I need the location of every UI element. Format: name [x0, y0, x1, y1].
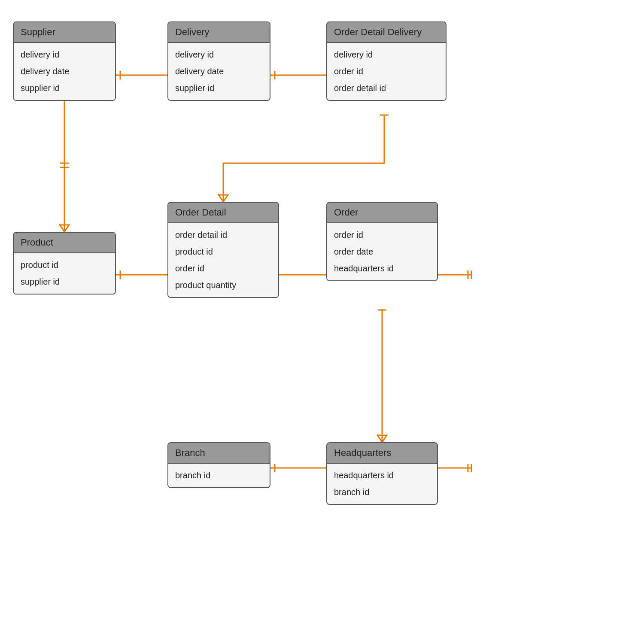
field-product-1: product id: [21, 257, 108, 273]
table-product: Product product id supplier id: [13, 232, 116, 295]
table-delivery-header: Delivery: [168, 22, 270, 43]
svg-line-43: [377, 434, 382, 442]
diagram-container: Supplier delivery id delivery date suppl…: [0, 0, 644, 644]
table-od-header: Order Detail: [168, 203, 278, 223]
table-branch-body: branch id: [168, 464, 270, 487]
table-supplier-body: delivery id delivery date supplier id: [14, 43, 115, 100]
field-branch-1: branch id: [175, 467, 263, 484]
svg-line-17: [223, 194, 228, 202]
field-product-2: supplier id: [21, 273, 108, 290]
field-odd-3: order detail id: [334, 80, 439, 97]
field-order-1: order id: [334, 227, 430, 243]
table-supplier: Supplier delivery id delivery date suppl…: [13, 21, 116, 101]
table-order-header: Order: [327, 203, 437, 223]
field-hq-2: branch id: [334, 484, 430, 501]
field-delivery-3: supplier id: [175, 80, 263, 97]
field-od-3: order id: [175, 260, 271, 277]
table-product-body: product id supplier id: [14, 253, 115, 294]
table-delivery-body: delivery id delivery date supplier id: [168, 43, 270, 100]
table-hq-body: headquarters id branch id: [327, 464, 437, 504]
table-branch: Branch branch id: [167, 442, 270, 488]
table-order-detail: Order Detail order detail id product id …: [167, 202, 279, 298]
field-hq-1: headquarters id: [334, 467, 430, 484]
svg-line-44: [382, 434, 387, 442]
table-delivery: Delivery delivery id delivery date suppl…: [167, 21, 270, 101]
svg-line-13: [59, 224, 64, 232]
field-od-4: product quantity: [175, 277, 271, 294]
table-od-body: order detail id product id order id prod…: [168, 223, 278, 297]
field-order-2: order date: [334, 243, 430, 260]
field-od-1: order detail id: [175, 227, 271, 243]
field-supplier-2: delivery date: [21, 63, 108, 80]
field-delivery-1: delivery id: [175, 46, 263, 63]
svg-line-14: [64, 224, 70, 232]
field-od-2: product id: [175, 243, 271, 260]
field-odd-2: order id: [334, 63, 439, 80]
svg-line-16: [218, 194, 223, 202]
table-product-header: Product: [14, 233, 115, 253]
table-order-body: order id order date headquarters id: [327, 223, 437, 280]
table-headquarters: Headquarters headquarters id branch id: [326, 442, 438, 505]
table-hq-header: Headquarters: [327, 443, 437, 464]
field-odd-1: delivery id: [334, 46, 439, 63]
table-supplier-header: Supplier: [14, 22, 115, 43]
field-supplier-1: delivery id: [21, 46, 108, 63]
table-odd-header: Order Detail Delivery: [327, 22, 446, 43]
table-order-detail-delivery: Order Detail Delivery delivery id order …: [326, 21, 447, 101]
field-delivery-2: delivery date: [175, 63, 263, 80]
field-supplier-3: supplier id: [21, 80, 108, 97]
table-order: Order order id order date headquarters i…: [326, 202, 438, 281]
field-order-3: headquarters id: [334, 260, 430, 277]
table-odd-body: delivery id order id order detail id: [327, 43, 446, 100]
table-branch-header: Branch: [168, 443, 270, 464]
